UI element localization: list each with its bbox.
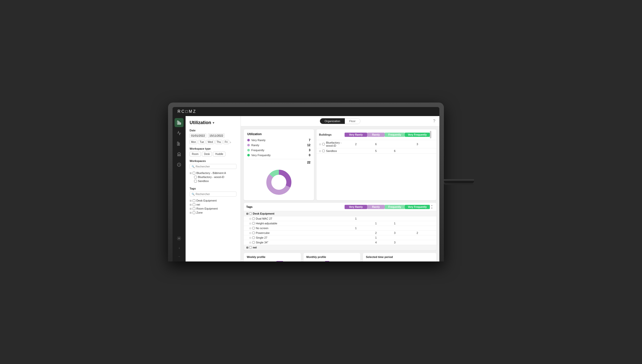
tags-row-height: ⊟ Height-adjustable 1 1 — [244, 221, 436, 226]
tags-row-expand-ns[interactable]: ⊟ — [249, 227, 251, 230]
tags-section-expand[interactable]: ⊟ — [246, 212, 248, 215]
tags-search[interactable]: 🔍 — [190, 192, 236, 197]
sidebar-item-buildings[interactable] — [175, 150, 184, 159]
sidebar-item-secondary[interactable] — [175, 129, 184, 138]
org-floor-toggle: Organization Floor — [320, 118, 360, 124]
sidebar-item-settings[interactable] — [175, 234, 184, 243]
workspace-checkbox-a[interactable] — [193, 172, 195, 174]
sidebar-item-status[interactable] — [175, 160, 184, 169]
day-tue[interactable]: Tue — [198, 140, 205, 144]
org-button[interactable]: Organization — [320, 118, 345, 124]
sidebar-item-view[interactable] — [175, 139, 184, 148]
tags-row-r-s27: 1 — [367, 236, 385, 239]
tags-search-input[interactable] — [196, 193, 234, 196]
building-f-1: 6 — [385, 149, 405, 152]
tags-row-expand-s27[interactable]: ⊟ — [249, 236, 251, 239]
dot-f — [247, 149, 250, 151]
tags-row-r-h: 1 — [367, 222, 385, 225]
workspace-search-input[interactable] — [196, 165, 234, 168]
scroll-down-icon[interactable]: ▼ — [431, 207, 433, 209]
tags-row-expand-h[interactable]: ⊟ — [249, 222, 251, 225]
workspace-checkbox-wood[interactable] — [194, 176, 197, 178]
tags-row-checkbox-pc[interactable] — [252, 232, 255, 234]
tags-row-name-s27: Single 27 — [256, 236, 267, 239]
workspace-search[interactable]: 🔍 — [190, 164, 236, 169]
collapse-icon[interactable]: → — [178, 255, 181, 258]
tags-row-name-ns: No screen — [256, 227, 268, 230]
svg-rect-2 — [180, 123, 181, 124]
wtype-desk[interactable]: Desk — [202, 152, 212, 156]
weekly-chart-title: Weekly profile — [247, 255, 298, 258]
tags-row-vr-ns: 1 — [345, 227, 367, 230]
date-to[interactable]: 15/11/2022 — [208, 133, 225, 138]
tag-checkbox-desk[interactable] — [193, 199, 195, 202]
tags-row-noscreen: ⊟ No screen 1 — [244, 226, 436, 231]
sidebar-item-analytics[interactable] — [175, 118, 184, 127]
building-checkbox-0[interactable] — [322, 143, 325, 145]
tags-section-expand-nei[interactable]: ⊟ — [246, 246, 248, 249]
tags-row-checkbox-s34[interactable] — [252, 241, 255, 244]
day-fri[interactable]: Fri — [223, 140, 229, 144]
util-row-vr: Very Rarely 7 — [247, 138, 310, 142]
svg-rect-3 — [177, 142, 178, 145]
tags-section-checkbox-desk[interactable] — [249, 212, 252, 215]
tag-checkbox-zone[interactable] — [193, 211, 195, 214]
tags-row-expand[interactable]: ⊟ — [249, 217, 251, 220]
tags-row-checkbox-h[interactable] — [252, 222, 255, 225]
day-wed[interactable]: Wed — [206, 140, 214, 144]
svg-point-11 — [272, 175, 286, 189]
day-thu[interactable]: Thu — [215, 140, 222, 144]
monthly-chart-title: Monthly profile — [306, 255, 358, 258]
tag-desk-equipment: ⊞ Desk Equipment — [190, 199, 236, 203]
floor-button[interactable]: Floor — [345, 118, 360, 124]
tags-row-vf-pc: 2 — [405, 231, 430, 234]
tags-row-expand-pc[interactable]: ⊟ — [249, 232, 251, 234]
tags-row-checkbox-s27[interactable] — [252, 236, 255, 239]
tags-row-r-s34: 4 — [367, 241, 385, 244]
tag-room-equipment: ⊞ Room Equipment — [190, 207, 236, 211]
selected-period-chart-title: Selected time period — [366, 255, 433, 258]
tags-row-s34: ⊟ Single 34" 4 3 — [244, 240, 436, 245]
tags-row-checkbox-ns[interactable] — [252, 227, 255, 229]
workspace-bluefactory-a: ⊞ Bluefactory - Bâtiment A — [190, 171, 236, 175]
day-mon[interactable]: Mon — [190, 140, 197, 144]
label-vf: Very Frequently — [251, 154, 271, 157]
tags-row-checkbox-dual[interactable] — [252, 217, 255, 220]
info-icon: ℹ — [179, 247, 180, 249]
building-checkbox-1[interactable] — [322, 150, 325, 152]
workspace-type-label: Workspace type — [190, 147, 236, 150]
day-nav-icon[interactable]: › — [230, 140, 231, 144]
title-chevron-icon[interactable]: ▾ — [213, 121, 214, 125]
tags-section-checkbox-nei[interactable] — [249, 246, 252, 249]
badge-frequently: Frequently — [385, 133, 405, 137]
monthly-bar-chart: Jan Feb — [306, 260, 358, 261]
tag-checkbox-room[interactable] — [193, 207, 195, 210]
tags-section-desk: ⊟ Desk Equipment — [244, 211, 436, 216]
scroll-up-icon[interactable]: ▲ — [431, 204, 433, 207]
filter-panel: Utilization ▾ Date 01/01/2022 15/11/2022… — [186, 116, 241, 261]
date-from[interactable]: 01/01/2022 — [190, 133, 206, 138]
tags-row-vr-dual: 1 — [345, 217, 367, 220]
tags-row-f-s34: 3 — [385, 241, 405, 244]
tags-row-expand-s34[interactable]: ⊟ — [249, 241, 251, 244]
tag-zone: ⊞ Zone — [190, 211, 236, 215]
tag-checkbox-nei[interactable] — [193, 203, 195, 206]
tags-row-name-pc: Powercube — [256, 231, 270, 234]
count-r: 12 — [307, 143, 310, 147]
utilization-title: Utilization — [247, 132, 310, 136]
badge-very-frequently: Very Frequently — [405, 133, 430, 137]
dot-r — [247, 144, 250, 146]
tags-row-team1: ⊟ team 1 1 1 — [244, 250, 436, 250]
dot-vf — [247, 154, 250, 156]
util-row-vf: Very Frequently 0 — [247, 153, 310, 157]
help-icon[interactable]: ? — [433, 119, 435, 123]
tags-row-s27: ⊟ Single 27 1 — [244, 235, 436, 240]
label-f: Frequently — [251, 149, 264, 152]
buildings-table: Buildings Very Rarely Rarely Frequently … — [316, 129, 436, 200]
tags-table-header: Tags Very Rarely Rarely Frequently Very … — [244, 203, 436, 211]
buildings-row-1: ⊟ Sandbox 5 6 — [316, 148, 436, 154]
workspace-checkbox-sandbox[interactable] — [194, 180, 197, 183]
main-content: Organization Floor ? Utilization — [241, 116, 439, 261]
wtype-huddle[interactable]: Huddle — [213, 152, 225, 156]
wtype-room[interactable]: Room — [190, 152, 201, 156]
